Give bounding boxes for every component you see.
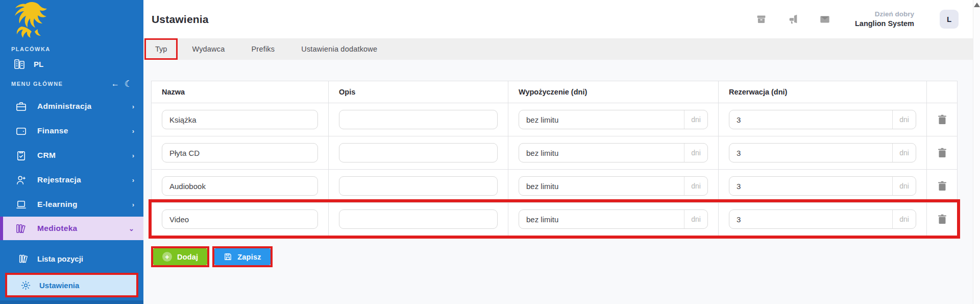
envelope-icon[interactable] — [819, 14, 830, 25]
header-right-cluster: Dzień dobry Langlion System L — [756, 10, 959, 29]
annotation-box-ustawienia: Ustawienia — [5, 273, 138, 297]
tab-typ[interactable]: Typ — [155, 45, 167, 53]
chevron-right-icon: › — [132, 103, 134, 110]
nazwa-input[interactable] — [162, 110, 317, 129]
content-area: Nazwa Opis Wypożyczenie (dni) Rezerwacja… — [143, 60, 980, 304]
column-header-nazwa: Nazwa — [152, 81, 329, 103]
trash-icon — [938, 214, 947, 224]
placowka-label: PLACÓWKA — [11, 46, 143, 52]
delete-row-button[interactable] — [938, 114, 947, 125]
sidebar-item-label: Rejestracja — [37, 175, 122, 184]
media-types-table: Nazwa Opis Wypożyczenie (dni) Rezerwacja… — [151, 81, 958, 236]
medioteka-submenu: Lista pozycji Ustawienia — [0, 240, 143, 304]
opis-input[interactable] — [339, 210, 497, 228]
main-header: Ustawienia — [143, 0, 980, 38]
briefcase-icon — [15, 101, 27, 112]
actions-row: + Dodaj Zapisz — [151, 246, 965, 267]
column-header-actions — [927, 81, 957, 103]
greeting-text: Dzień dobry — [855, 10, 914, 19]
column-header-wypozyczenie: Wypożyczenie (dni) — [508, 81, 719, 103]
sidebar-item-label: Finanse — [37, 126, 122, 135]
annotation-box-dodaj: + Dodaj — [151, 246, 209, 267]
chevron-right-icon: › — [132, 152, 134, 159]
sidebar-item-crm[interactable]: CRM › — [0, 143, 143, 168]
trash-icon — [938, 148, 947, 158]
sidebar: PLACÓWKA PL MENU GŁÓWNE ← ☾ Administracj… — [0, 0, 143, 304]
trash-icon — [938, 114, 947, 125]
vertical-scrollbar[interactable] — [973, 0, 980, 304]
sidebar-item-label: Administracja — [37, 102, 122, 111]
clipboard-icon — [15, 150, 27, 161]
books-icon — [18, 253, 29, 264]
annotation-box-tab-typ: Typ — [144, 38, 178, 60]
buildings-icon — [13, 58, 26, 70]
delete-row-button[interactable] — [938, 181, 947, 191]
scroll-up-icon[interactable] — [974, 3, 980, 7]
wypozyczenie-input[interactable] — [519, 110, 684, 129]
table-row: dni dni — [152, 103, 957, 136]
add-button[interactable]: + Dodaj — [153, 248, 207, 265]
sidebar-item-label: Lista pozycji — [37, 254, 83, 263]
sidebar-item-label: Medioteka — [37, 224, 118, 233]
sidebar-bottom-strip — [0, 300, 143, 304]
rezerwacja-input[interactable] — [729, 177, 892, 195]
opis-input[interactable] — [339, 177, 497, 195]
dni-suffix: dni — [684, 110, 707, 129]
main-menu: Administracja › Finanse › CRM › — [0, 94, 143, 240]
chevron-right-icon: › — [132, 201, 134, 208]
sidebar-item-label: E-learning — [37, 200, 122, 209]
sidebar-item-ustawienia[interactable]: Ustawienia — [7, 275, 136, 295]
megaphone-icon[interactable] — [788, 14, 799, 25]
sidebar-item-pl[interactable]: PL — [0, 54, 143, 74]
tab-wydawca[interactable]: Wydawca — [179, 38, 238, 60]
sidebar-item-medioteka[interactable]: Medioteka ⌄ — [0, 217, 143, 240]
books-icon — [15, 223, 27, 235]
sidebar-item-rejestracja[interactable]: Rejestracja › — [0, 168, 143, 192]
wypozyczenie-input[interactable] — [519, 177, 684, 195]
laptop-icon — [15, 199, 27, 211]
sidebar-item-administracja[interactable]: Administracja › — [0, 94, 143, 119]
sidebar-item-elearning[interactable]: E-learning › — [0, 192, 143, 217]
nazwa-input[interactable] — [162, 210, 317, 228]
sidebar-item-label: Ustawienia — [39, 281, 79, 290]
dni-suffix: dni — [892, 177, 916, 195]
dni-suffix: dni — [684, 144, 707, 162]
delete-row-button[interactable] — [938, 148, 947, 158]
rezerwacja-input[interactable] — [729, 110, 892, 129]
collapse-sidebar-icon[interactable]: ← — [111, 80, 119, 88]
dni-suffix: dni — [892, 144, 916, 162]
sidebar-item-lista-pozycji[interactable]: Lista pozycji — [0, 248, 143, 269]
opis-input[interactable] — [339, 110, 497, 129]
nazwa-input[interactable] — [162, 177, 317, 195]
sidebar-item-label: PL — [34, 60, 43, 68]
main-area: Ustawienia — [143, 0, 980, 304]
sidebar-item-finanse[interactable]: Finanse › — [0, 119, 143, 143]
greeting-block: Dzień dobry Langlion System — [855, 10, 914, 28]
app-logo[interactable] — [0, 0, 143, 43]
sidebar-item-label: CRM — [37, 151, 122, 160]
dark-mode-icon[interactable]: ☾ — [125, 80, 132, 88]
tab-ustawienia-dodatkowe[interactable]: Ustawienia dodatkowe — [288, 38, 390, 60]
settings-tabbar: Typ Wydawca Prefiks Ustawienia dodatkowe — [143, 38, 980, 60]
delete-row-button[interactable] — [938, 214, 947, 224]
rezerwacja-input[interactable] — [729, 210, 892, 228]
avatar[interactable]: L — [940, 10, 959, 29]
plus-icon: + — [162, 252, 172, 262]
wypozyczenie-input[interactable] — [519, 144, 684, 162]
archive-icon[interactable] — [756, 14, 767, 25]
table-row-highlighted: dni dni — [152, 202, 957, 236]
save-button[interactable]: Zapisz — [214, 248, 270, 265]
dni-suffix: dni — [684, 177, 707, 195]
table-row: dni dni — [152, 169, 957, 202]
wypozyczenie-input[interactable] — [519, 210, 684, 228]
opis-input[interactable] — [339, 144, 497, 162]
user-plus-icon — [15, 174, 27, 186]
menu-glowne-header: MENU GŁÓWNE ← ☾ — [0, 76, 143, 92]
annotation-box-zapisz: Zapisz — [212, 246, 272, 267]
nazwa-input[interactable] — [162, 144, 317, 162]
page-title: Ustawienia — [152, 13, 756, 26]
tab-prefiks[interactable]: Prefiks — [238, 38, 288, 60]
rezerwacja-input[interactable] — [729, 144, 892, 162]
table-header-row: Nazwa Opis Wypożyczenie (dni) Rezerwacja… — [152, 81, 957, 103]
floppy-icon — [224, 252, 232, 261]
